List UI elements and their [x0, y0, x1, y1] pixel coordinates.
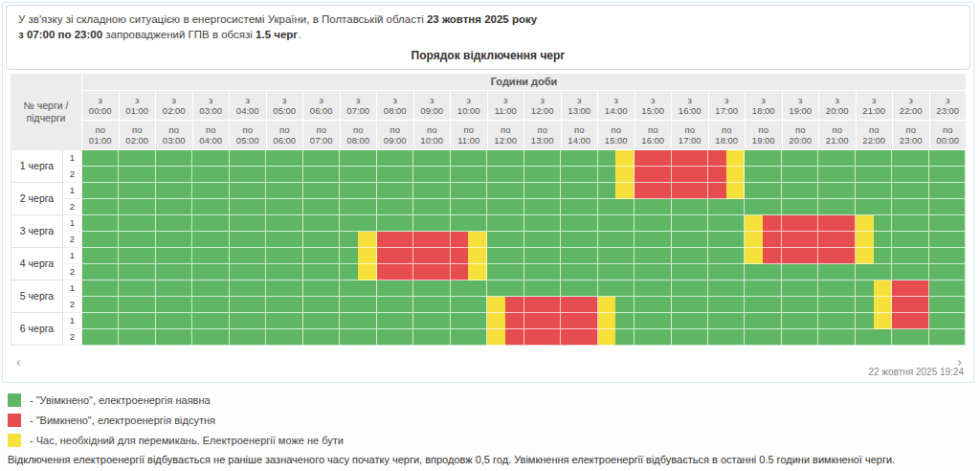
hour-from-prefix: з	[635, 95, 672, 105]
schedule-slot	[874, 215, 893, 232]
schedule-slot	[230, 150, 248, 167]
schedule-slot	[800, 313, 819, 329]
schedule-slot	[947, 215, 967, 232]
schedule-slot	[432, 232, 451, 248]
schedule-slot	[303, 199, 322, 215]
hour-to-value: 09:00	[377, 135, 413, 146]
schedule-slot	[230, 280, 248, 297]
hour-to-row: по01:00по02:00по03:00по04:00по05:00по06:…	[82, 121, 966, 150]
schedule-slot	[432, 329, 451, 346]
schedule-slot	[119, 232, 137, 248]
schedule-slot	[303, 297, 322, 313]
schedule-slot	[542, 215, 561, 232]
schedule-slot	[358, 297, 377, 313]
schedule-slot	[672, 329, 690, 346]
hour-header-to-cell: по00:00	[930, 121, 967, 150]
hour-header-to-cell: по19:00	[746, 121, 783, 150]
schedule-slot	[672, 264, 690, 280]
schedule-slot	[137, 232, 156, 248]
schedule-slot	[284, 183, 303, 199]
hour-from-value: 12:00	[524, 105, 561, 116]
schedule-slot	[892, 199, 910, 215]
schedule-slot	[82, 248, 100, 264]
schedule-slot	[856, 199, 874, 215]
hour-header-to-cell: по06:00	[267, 121, 304, 150]
hour-header-to-cell: по13:00	[524, 121, 562, 150]
schedule-slot	[174, 232, 193, 248]
schedule-slot	[211, 183, 230, 199]
schedule-slot	[947, 264, 967, 280]
hour-header-from-cell: з07:00	[341, 91, 378, 121]
schedule-slot	[358, 264, 377, 280]
schedule-slot	[689, 232, 708, 248]
hour-to-prefix: по	[451, 124, 487, 135]
schedule-slot	[782, 329, 800, 346]
hour-to-value: 05:00	[230, 135, 266, 146]
hour-to-value: 17:00	[672, 135, 708, 146]
schedule-slot	[377, 215, 395, 232]
schedule-slot	[672, 280, 690, 297]
schedule-slot	[284, 232, 303, 248]
schedule-slot	[672, 183, 690, 199]
schedule-slot	[745, 280, 763, 297]
hour-header-from-cell: з23:00	[930, 91, 967, 121]
schedule-slot	[800, 280, 819, 297]
schedule-slot	[211, 313, 230, 329]
schedule-slot	[689, 248, 708, 264]
schedule-slot	[672, 215, 690, 232]
hour-from-prefix: з	[746, 95, 782, 105]
schedule-slot	[174, 280, 193, 297]
hour-from-value: 20:00	[819, 105, 856, 116]
schedule-slot	[100, 248, 120, 264]
schedule-slot	[413, 150, 432, 167]
queue-label: 3 черга	[11, 215, 63, 248]
schedule-slot	[689, 150, 708, 167]
hour-from-prefix: з	[193, 95, 230, 105]
hour-to-prefix: по	[635, 124, 672, 135]
schedule-slot	[119, 150, 137, 167]
schedule-slot	[561, 297, 579, 313]
legend-text: - "Увімкнено", електроенергія наявна	[30, 394, 211, 406]
legend-text: - "Вимкнено", електроенергія відсутня	[30, 415, 215, 426]
hour-to-value: 03:00	[156, 135, 192, 146]
schedule-slot	[377, 199, 395, 215]
schedule-slot	[672, 167, 690, 183]
schedule-slot	[708, 248, 726, 264]
hour-header-to-cell: по02:00	[120, 121, 157, 150]
schedule-slot	[635, 150, 653, 167]
schedule-slot	[708, 232, 726, 248]
prev-arrow[interactable]: ‹	[16, 355, 21, 369]
schedule-slot	[505, 167, 524, 183]
schedule-slot	[524, 215, 543, 232]
schedule-slot	[100, 280, 120, 297]
schedule-slot	[192, 297, 211, 313]
schedule-slot	[892, 167, 910, 183]
schedule-slot	[340, 280, 358, 297]
schedule-slot	[836, 280, 856, 297]
schedule-slot	[653, 248, 672, 264]
hour-header-to-cell: по21:00	[819, 121, 857, 150]
schedule-slot	[598, 215, 616, 232]
hour-to-value: 10:00	[414, 135, 451, 146]
schedule-slot	[119, 199, 137, 215]
schedule-slot	[653, 232, 672, 248]
schedule-slot	[726, 313, 746, 329]
schedule-slot	[248, 232, 267, 248]
schedule-slot	[82, 183, 100, 199]
schedule-slot	[377, 150, 395, 167]
schedule-slot	[561, 248, 579, 264]
schedule-body: 1 черга122 черга123 черга124 черга125 че…	[11, 150, 966, 346]
hour-from-value: 21:00	[857, 105, 893, 116]
hour-header-to-cell: по03:00	[156, 121, 193, 150]
schedule-slot	[284, 150, 303, 167]
schedule-slot	[892, 329, 910, 346]
schedule-slot	[284, 297, 303, 313]
schedule-slot	[910, 232, 929, 248]
schedule-slot	[248, 183, 267, 199]
schedule-slot	[100, 313, 120, 329]
subqueue-row: 1	[63, 248, 966, 264]
schedule-slot	[947, 280, 967, 297]
subqueue-label: 1	[63, 215, 82, 232]
schedule-slot	[248, 329, 267, 346]
hour-from-prefix: з	[524, 95, 561, 105]
